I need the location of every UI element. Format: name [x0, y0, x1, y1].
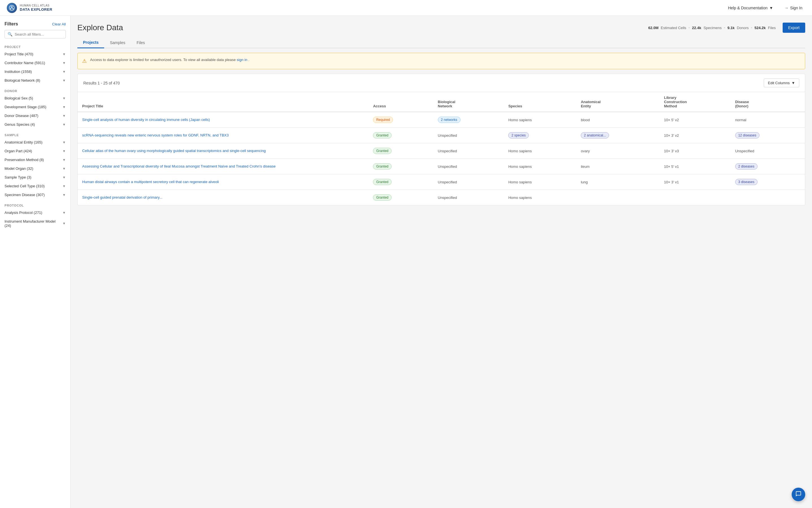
col-anatomical-entity: AnatomicalEntity [576, 92, 660, 112]
filter-search-box[interactable]: 🔍 [4, 30, 66, 38]
anatomical-entity-cell: ovary [576, 143, 660, 159]
anatomical-entity-cell: ileum [576, 159, 660, 174]
chat-fab-button[interactable] [792, 488, 805, 501]
project-link[interactable]: scRNA-sequencing reveals new enteric ner… [82, 133, 229, 137]
chevron-icon: ▼ [62, 79, 66, 83]
protocol-section-title: PROTOCOL [0, 202, 70, 208]
access-badge: Granted [373, 163, 391, 170]
svg-point-1 [11, 6, 13, 8]
filter-donor-disease[interactable]: Donor Disease (487) ▼ [0, 111, 70, 120]
project-title-cell: Assessing Cellular and Transcriptional d… [78, 159, 369, 174]
filter-contributor-name[interactable]: Contributor Name (5911) ▼ [0, 58, 70, 67]
filter-biological-network[interactable]: Biological Network (8) ▼ [0, 76, 70, 85]
disease-cell: 3 diseases [731, 174, 805, 190]
help-button[interactable]: Help & Documentation ▼ [725, 4, 776, 12]
filter-sample-type[interactable]: Sample Type (3) ▼ [0, 173, 70, 182]
library-method-cell: 10× 3' v3 [660, 143, 731, 159]
chevron-icon: ▼ [62, 123, 66, 127]
filter-project-title[interactable]: Project Title (470) ▼ [0, 50, 70, 58]
svg-point-3 [12, 8, 13, 9]
disease-badge: 2 diseases [735, 163, 758, 170]
protocol-section: PROTOCOL Analysis Protocol (271) ▼ Instr… [0, 202, 70, 230]
access-cell: Required [369, 112, 433, 128]
anatomical-badge: 2 anatomical... [581, 132, 609, 138]
sidebar-title: Filters [4, 22, 18, 27]
edit-columns-button[interactable]: Edit Columns ▼ [764, 79, 799, 87]
tab-projects[interactable]: Projects [77, 37, 104, 48]
files-count: 524.2k [754, 26, 766, 30]
chevron-icon: ▼ [62, 184, 66, 188]
sign-in-button[interactable]: → Sign In [781, 4, 805, 12]
chevron-down-icon: ▼ [792, 81, 795, 85]
library-method-cell: 10× 3' v2 [660, 128, 731, 143]
filter-biological-sex[interactable]: Biological Sex (5) ▼ [0, 94, 70, 102]
disease-cell: normal [731, 112, 805, 128]
species-cell: Homo sapiens [504, 190, 576, 205]
table-row: scRNA-sequencing reveals new enteric ner… [78, 128, 805, 143]
sign-in-link[interactable]: sign in [237, 58, 247, 62]
filter-selected-cell-type[interactable]: Selected Cell Type (310) ▼ [0, 182, 70, 190]
col-species: Species [504, 92, 576, 112]
filter-genus-species[interactable]: Genus Species (4) ▼ [0, 120, 70, 129]
main-layout: Filters Clear All 🔍 PROJECT Project Titl… [0, 16, 812, 508]
library-method-cell: 10× 3' v1 [660, 174, 731, 190]
chevron-icon: ▼ [62, 70, 66, 74]
svg-point-0 [9, 5, 14, 10]
filter-search-input[interactable] [15, 32, 63, 36]
logo-icon [7, 3, 17, 13]
filter-organ-part[interactable]: Organ Part (424) ▼ [0, 146, 70, 156]
project-link[interactable]: Assessing Cellular and Transcriptional d… [82, 164, 276, 168]
cells-label: Estimated Cells [661, 26, 686, 30]
project-link[interactable]: Human distal airways contain a multipote… [82, 180, 219, 184]
tab-samples[interactable]: Samples [104, 37, 131, 48]
tab-files[interactable]: Files [131, 37, 151, 48]
donors-label: Donors [737, 26, 749, 30]
library-method-cell: 10× 5' v1 [660, 159, 731, 174]
access-badge: Granted [373, 148, 391, 154]
filter-analysis-protocol[interactable]: Analysis Protocol (271) ▼ [0, 208, 70, 217]
filter-specimen-disease[interactable]: Specimen Disease (307) ▼ [0, 190, 70, 199]
alert-banner: ⚠ Access to data explorer is limited for… [77, 53, 805, 69]
filter-development-stage[interactable]: Development Stage (185) ▼ [0, 102, 70, 111]
bio-network-cell: 2 networks [433, 112, 504, 128]
anatomical-entity-cell: lung [576, 174, 660, 190]
chevron-icon: ▼ [62, 175, 66, 179]
anatomical-entity-cell [576, 190, 660, 205]
table-row: Cellular atlas of the human ovary using … [78, 143, 805, 159]
logo-bottom-text: DATA EXPLORER [20, 7, 52, 12]
col-project-title: Project Title [78, 92, 369, 112]
project-link[interactable]: Single-cell analysis of human diversity … [82, 118, 210, 122]
export-button[interactable]: Export [783, 23, 805, 33]
project-link[interactable]: Cellular atlas of the human ovary using … [82, 149, 266, 153]
chevron-icon: ▼ [62, 105, 66, 109]
page-title: Explore Data [77, 23, 123, 32]
filter-model-organ[interactable]: Model Organ (32) ▼ [0, 164, 70, 173]
results-panel: Results 1 - 25 of 470 Edit Columns ▼ Pro… [77, 74, 805, 205]
filter-preservation-method[interactable]: Preservation Method (8) ▼ [0, 156, 70, 164]
species-cell: Homo sapiens [504, 112, 576, 128]
stats-bar: 62.0M Estimated Cells • 22.4k Specimens … [648, 26, 775, 30]
results-count: Results 1 - 25 of 470 [83, 81, 120, 85]
results-header: Results 1 - 25 of 470 Edit Columns ▼ [78, 74, 805, 92]
main-content: Explore Data 62.0M Estimated Cells • 22.… [70, 16, 812, 508]
project-section: PROJECT Project Title (470) ▼ Contributo… [0, 43, 70, 85]
species-badge: 2 species [508, 132, 529, 138]
donor-section-title: DONOR [0, 87, 70, 94]
access-cell: Granted [369, 159, 433, 174]
explore-header: Explore Data 62.0M Estimated Cells • 22.… [77, 23, 805, 33]
main-tabs: Projects Samples Files [77, 37, 805, 48]
bio-network-cell: Unspecified [433, 159, 504, 174]
bio-network-cell: Unspecified [433, 128, 504, 143]
access-cell: Granted [369, 128, 433, 143]
filter-institution[interactable]: Institution (1558) ▼ [0, 67, 70, 76]
bio-network-cell: Unspecified [433, 174, 504, 190]
bio-network-cell: Unspecified [433, 190, 504, 205]
filter-instrument-manufacturer[interactable]: Instrument Manufacturer Model (24) ▼ [0, 217, 70, 230]
chevron-icon: ▼ [62, 114, 66, 118]
search-icon: 🔍 [8, 32, 12, 36]
clear-all-button[interactable]: Clear All [52, 22, 66, 26]
project-link[interactable]: Single-cell guided prenatal derivation o… [82, 195, 162, 200]
chevron-icon: ▼ [62, 96, 66, 100]
col-library-method: LibraryConstructionMethod [660, 92, 731, 112]
filter-anatomical-entity[interactable]: Anatomical Entity (165) ▼ [0, 138, 70, 146]
